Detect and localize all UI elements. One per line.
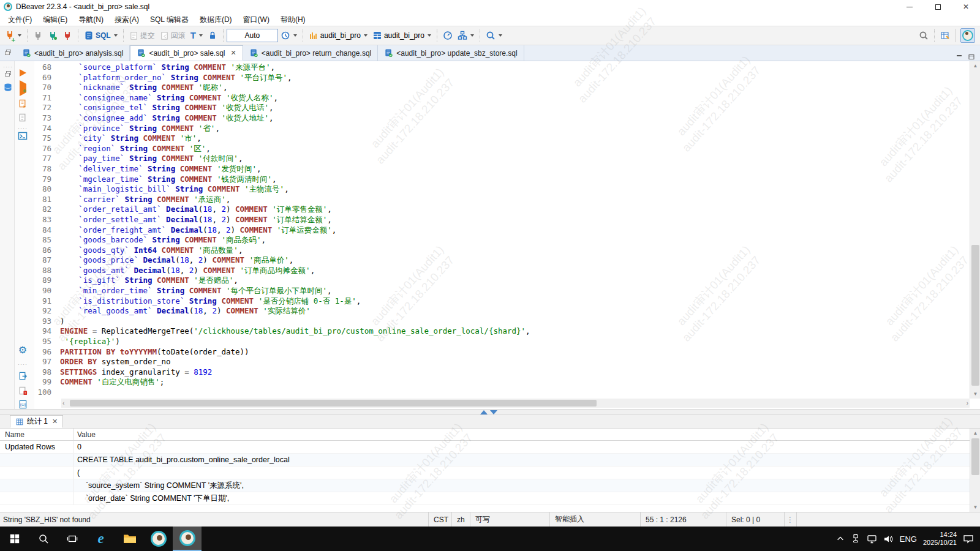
code-line-81[interactable]: 81 `carrier` String COMMENT '承运商', <box>34 195 970 205</box>
lock-button[interactable] <box>205 29 220 42</box>
collapse-panel-icon[interactable] <box>490 410 497 414</box>
close-button[interactable]: ✕ <box>952 0 980 13</box>
editor-tab-1[interactable]: <audit_bi_pro> sale.sql✕ <box>130 45 243 61</box>
taskbar-search-button[interactable] <box>29 527 58 551</box>
code-line-95[interactable]: 95 '{replica}') <box>34 337 970 347</box>
quick-search-button[interactable] <box>916 29 931 42</box>
speaker-icon[interactable] <box>883 534 894 544</box>
code-line-77[interactable]: 77 `pay_time` String COMMENT '付款时间', <box>34 154 970 164</box>
panel-splitter[interactable] <box>0 409 980 415</box>
code-line-93[interactable]: 93) <box>34 317 970 327</box>
database-navigator-icon[interactable] <box>2 82 13 93</box>
open-console-button[interactable] <box>17 130 28 141</box>
code-line-85[interactable]: 85 `goods_barcode` String COMMENT '商品条码'… <box>34 235 970 246</box>
usb-icon[interactable] <box>851 534 861 544</box>
notification-center-icon[interactable] <box>963 534 974 544</box>
result-row-2[interactable]: ( <box>0 467 970 479</box>
settings-gear-icon[interactable]: ⚙ <box>17 344 28 355</box>
close-icon[interactable]: ✕ <box>52 418 58 425</box>
code-line-73[interactable]: 73 `consignee_add` String COMMENT '收货人地址… <box>34 113 970 124</box>
result-row-4[interactable]: `order_date` String COMMENT '下单日期', <box>0 492 970 505</box>
code-line-75[interactable]: 75 `city` String COMMENT '市', <box>34 133 970 144</box>
internet-explorer-button[interactable]: e <box>86 527 115 551</box>
editor-tab-0[interactable]: <audit_bi_pro> analysis.sql <box>16 45 130 61</box>
status-cell-4[interactable]: 55 : 1 : 2126 <box>640 512 726 527</box>
status-cell-5[interactable]: Sel: 0 | 0 <box>726 512 784 527</box>
commit-button[interactable]: 提交 <box>127 29 157 43</box>
editor-vertical-scrollbar[interactable]: ▲ ▼ <box>970 61 980 399</box>
maximize-panel-icon[interactable] <box>968 53 975 61</box>
code-line-80[interactable]: 80 `main_logistic_bill` String COMMENT '… <box>34 184 970 195</box>
explain-plan-button[interactable] <box>17 112 28 123</box>
menu-item-0[interactable]: 文件(F) <box>2 13 37 26</box>
code-line-97[interactable]: 97ORDER BY system_order_no <box>34 357 970 367</box>
editor-horizontal-scrollbar[interactable]: ‹› <box>61 399 970 408</box>
menu-item-4[interactable]: SQL 编辑器 <box>145 13 194 26</box>
code-line-100[interactable]: 100 <box>34 388 970 398</box>
code-line-88[interactable]: 88 `goods_amt` Decimal(18, 2) COMMENT '订… <box>34 266 970 276</box>
code-area[interactable]: 68 `source_platform` String COMMENT '来源平… <box>34 62 970 399</box>
code-line-76[interactable]: 76 `region` String COMMENT '区', <box>34 144 970 154</box>
restore-panel-icon[interactable] <box>0 45 16 61</box>
connect-button[interactable] <box>31 29 45 42</box>
minimize-panel-icon[interactable] <box>956 53 963 61</box>
stats-tab[interactable]: 统计 1 ✕ <box>10 415 63 428</box>
code-line-92[interactable]: 92 `real_goods_amt` Decimal(18, 2) COMME… <box>34 306 970 317</box>
result-row-3[interactable]: `source_system` String COMMENT '来源系统', <box>0 479 970 492</box>
code-line-68[interactable]: 68 `source_platform` String COMMENT '来源平… <box>34 62 970 73</box>
taskbar-clock[interactable]: 14:24 2025/10/21 <box>923 531 957 547</box>
dbeaver-taskbar-button-active[interactable] <box>173 527 202 551</box>
database-selector[interactable]: audit_bi_pro <box>370 29 434 42</box>
code-line-69[interactable]: 69 `platform_order_no` String COMMENT '平… <box>34 73 970 83</box>
execute-script-button[interactable] <box>17 98 28 109</box>
code-line-96[interactable]: 96PARTITION BY toYYYYMM(toDate(order_dat… <box>34 347 970 358</box>
code-line-94[interactable]: 94ENGINE = ReplicatedMergeTree('/clickho… <box>34 326 970 337</box>
file-explorer-button[interactable] <box>115 527 144 551</box>
sql-editor[interactable]: ···· + ···· ⚙ ···· <box>0 61 980 409</box>
dbeaver-perspective-button[interactable] <box>960 28 975 43</box>
open-perspective-button[interactable] <box>938 29 952 42</box>
task-view-button[interactable] <box>58 527 86 551</box>
rollback-button[interactable]: 回滚 <box>157 29 188 43</box>
tray-chevron-up-icon[interactable] <box>836 534 845 543</box>
menu-item-7[interactable]: 帮助(H) <box>275 13 311 26</box>
editor-tab-2[interactable]: <audit_bi_pro> return_change.sql <box>243 45 378 61</box>
commit-mode-combo[interactable]: Auto <box>227 29 278 42</box>
code-line-74[interactable]: 74 `province` String COMMENT '省', <box>34 124 970 134</box>
maximize-button[interactable] <box>924 0 952 13</box>
code-line-86[interactable]: 86 `goods_qty` Int64 COMMENT '商品数量', <box>34 246 970 256</box>
export-script-button[interactable] <box>17 370 28 381</box>
code-line-70[interactable]: 70 `nickname` String COMMENT '昵称', <box>34 83 970 93</box>
result-row-1[interactable]: CREATE TABLE audit_bi_pro.custom_online_… <box>0 454 970 467</box>
code-line-72[interactable]: 72 `consignee_tel` String COMMENT '收货人电话… <box>34 103 970 113</box>
result-row-0[interactable]: Updated Rows0 <box>0 441 970 454</box>
start-button[interactable] <box>0 527 29 551</box>
sql-editor-button[interactable]: SQL <box>81 29 120 42</box>
dbeaver-taskbar-button[interactable] <box>144 527 173 551</box>
transaction-log-button[interactable] <box>278 29 300 42</box>
column-header-value[interactable]: Value <box>74 429 970 440</box>
dashboard-button[interactable] <box>440 29 455 42</box>
code-line-82[interactable]: 82 `order_retail_amt` Decimal(18, 2) COM… <box>34 204 970 215</box>
minimize-button[interactable] <box>895 0 924 13</box>
reconnect-button[interactable] <box>45 29 60 42</box>
schema-compare-button[interactable] <box>455 29 477 42</box>
results-vertical-scrollbar[interactable]: ▲ ▼ <box>970 429 980 512</box>
execute-new-tab-button[interactable]: + <box>17 83 28 94</box>
menu-item-1[interactable]: 编辑(E) <box>37 13 73 26</box>
connection-selector[interactable]: audit_bi_pro <box>306 29 370 42</box>
status-cell-2[interactable]: 可写 <box>470 512 549 527</box>
code-line-89[interactable]: 89 `is_gift` String COMMENT '是否赠品', <box>34 276 970 286</box>
code-line-84[interactable]: 84 `order_freight_amt` Decimal(18, 2) CO… <box>34 225 970 236</box>
code-line-83[interactable]: 83 `order_settle_amt` Decimal(18, 2) COM… <box>34 215 970 225</box>
code-line-87[interactable]: 87 `goods_price` Decimal(18, 2) COMMENT … <box>34 255 970 266</box>
new-connection-button[interactable]: + <box>2 28 24 43</box>
script-variables-button[interactable]: (ω) <box>17 399 28 410</box>
code-line-78[interactable]: 78 `deliver_time` String COMMENT '发货时间', <box>34 164 970 174</box>
status-cell-3[interactable]: 智能插入 <box>549 512 640 527</box>
script-errors-button[interactable]: ! <box>17 385 28 396</box>
network-icon[interactable] <box>867 534 877 544</box>
menu-item-5[interactable]: 数据库(D) <box>194 13 238 26</box>
column-header-name[interactable]: Name <box>0 429 74 440</box>
transaction-mode-button[interactable]: T <box>188 29 205 42</box>
